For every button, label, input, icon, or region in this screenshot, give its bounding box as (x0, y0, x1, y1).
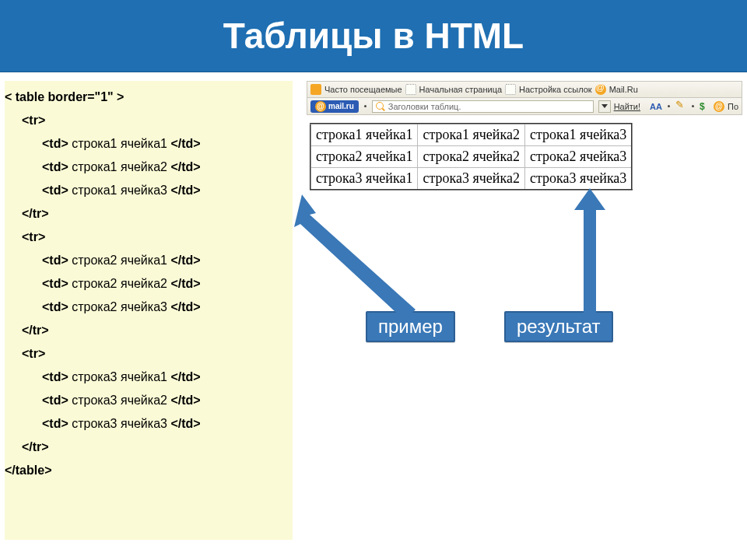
code-panel: < table border="1" > <tr> <td> строка1 я… (5, 81, 293, 540)
dot-separator (692, 105, 694, 107)
code-td: <td> строка1 ячейка2 </td> (5, 156, 293, 179)
code-tr-open: <tr> (22, 230, 45, 243)
table-cell: строка3 ячейка3 (524, 168, 632, 191)
table-cell: строка1 ячейка3 (524, 124, 632, 146)
table-row: строка2 ячейка1 строка2 ячейка2 строка2 … (310, 146, 632, 168)
font-size-button[interactable]: AA (650, 102, 662, 111)
search-icon (376, 102, 385, 111)
mailru-logo[interactable]: mail.ru (310, 100, 359, 113)
code-td: <td> строка3 ячейка2 </td> (5, 389, 293, 412)
table-cell: строка1 ячейка2 (418, 124, 524, 146)
table-cell: строка3 ячейка1 (310, 168, 418, 191)
mailru-icon (595, 84, 606, 95)
table-row: строка3 ячейка1 строка3 ячейка2 строка3 … (310, 168, 632, 191)
code-td: <td> строка2 ячейка1 </td> (5, 249, 293, 272)
code-table-open: < table border="1" > (5, 90, 124, 103)
callout-example: пример (366, 311, 455, 342)
toolbar-cut-label: По (728, 102, 738, 111)
bookmark-home[interactable]: Начальная страница (419, 85, 502, 94)
svg-marker-0 (294, 194, 416, 320)
code-tr-close: </tr> (22, 207, 49, 220)
code-tr-open: <tr> (22, 347, 45, 360)
table-cell: строка2 ячейка3 (524, 146, 632, 168)
result-table: строка1 ячейка1 строка1 ячейка2 строка1 … (310, 123, 633, 191)
code-td: <td> строка3 ячейка1 </td> (5, 366, 293, 389)
slide: Таблицы в HTML < table border="1" > <tr>… (0, 0, 747, 560)
search-toolbar: mail.ru Заголовки таблиц. Найти! AA По (307, 98, 742, 115)
table-row: строка1 ячейка1 строка1 ячейка2 строка1 … (310, 124, 632, 146)
bookmark-mailru[interactable]: Mail.Ru (609, 85, 638, 94)
table-cell: строка1 ячейка1 (310, 124, 418, 146)
currency-icon[interactable] (700, 101, 710, 112)
bookmark-frequent[interactable]: Часто посещаемые (324, 85, 402, 94)
code-table-close: </table> (5, 464, 51, 477)
arrow-result (560, 184, 622, 324)
pencil-icon[interactable] (675, 101, 686, 112)
table-cell: строка2 ячейка2 (418, 146, 524, 168)
code-td: <td> строка2 ячейка3 </td> (5, 296, 293, 319)
dot-separator (668, 105, 670, 107)
browser-panel: Часто посещаемые Начальная страница Наст… (307, 81, 742, 115)
callout-result: результат (504, 311, 613, 342)
code-td: <td> строка1 ячейка1 </td> (5, 132, 293, 156)
page-icon (405, 84, 416, 95)
code-td: <td> строка1 ячейка3 </td> (5, 179, 293, 202)
star-icon (310, 84, 321, 95)
search-button[interactable]: Найти! (614, 102, 640, 111)
table-cell: строка3 ячейка2 (418, 168, 524, 191)
page-icon (505, 84, 516, 95)
bookmarks-toolbar: Часто посещаемые Начальная страница Наст… (307, 81, 742, 98)
search-input[interactable]: Заголовки таблиц. (372, 100, 594, 113)
code-td: <td> строка2 ячейка2 </td> (5, 272, 293, 296)
arrow-example (272, 187, 436, 327)
code-tr-open: <tr> (22, 114, 45, 127)
bookmark-links[interactable]: Настройка ссылок (519, 85, 592, 94)
dot-separator (364, 105, 366, 107)
slide-title: Таблицы в HTML (223, 15, 524, 57)
code-td: <td> строка3 ячейка3 </td> (5, 412, 293, 436)
dropdown-icon[interactable] (598, 100, 611, 113)
code-tr-close: </tr> (22, 440, 49, 453)
table-cell: строка2 ячейка1 (310, 146, 418, 168)
mail-icon[interactable] (714, 101, 724, 112)
search-text: Заголовки таблиц. (388, 102, 461, 111)
svg-marker-1 (574, 188, 605, 313)
code-tr-close: </tr> (22, 324, 49, 337)
title-bar: Таблицы в HTML (0, 0, 747, 72)
